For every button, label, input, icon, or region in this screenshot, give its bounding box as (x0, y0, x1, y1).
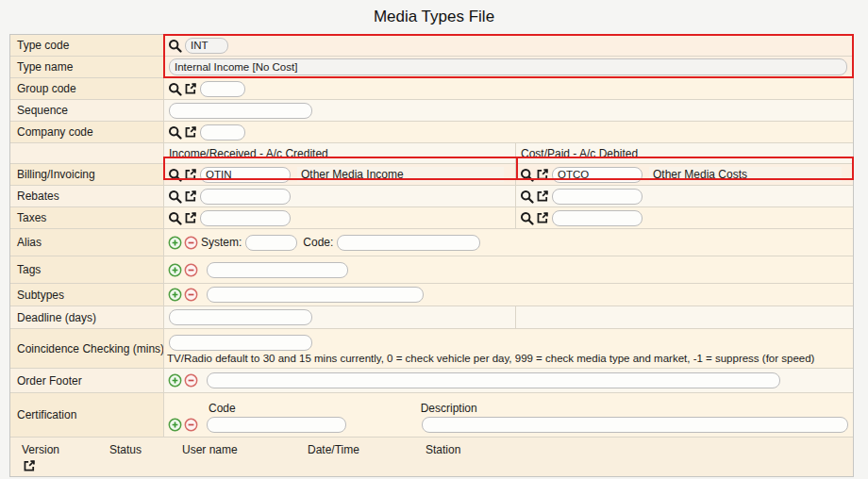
type-code-label: Type code (10, 35, 164, 56)
row-alias: Alias System: Code: (10, 229, 853, 256)
rebates-label: Rebates (10, 186, 164, 206)
alias-system-label: System: (201, 236, 242, 249)
billing-income-account-name: Other Media Income (297, 167, 504, 182)
row-sequence: Sequence (10, 100, 853, 122)
alias-label: Alias (10, 229, 164, 256)
row-coincidence-checking: Coincidence Checking (mins) TV/Radio def… (10, 329, 853, 369)
add-row-icon[interactable] (168, 373, 182, 388)
search-icon[interactable] (168, 39, 182, 53)
remove-row-icon[interactable] (184, 263, 198, 277)
alias-code-label: Code: (303, 236, 333, 249)
open-record-icon[interactable] (184, 168, 197, 181)
page-title: Media Types File (0, 0, 868, 34)
taxes-label: Taxes (10, 207, 164, 228)
billing-cost-account-name: Other Media Costs (649, 167, 842, 182)
certification-code-input[interactable] (207, 417, 346, 433)
row-account-headers: Income/Received - A/c Credited Cost/Paid… (10, 143, 853, 164)
certification-description-input[interactable] (422, 417, 848, 433)
add-row-icon[interactable] (168, 263, 182, 277)
open-record-icon[interactable] (536, 168, 549, 181)
debited-column-header: Cost/Paid - A/c Debited (521, 147, 638, 160)
row-type-code: Type code (10, 35, 853, 57)
remove-row-icon[interactable] (184, 236, 198, 250)
rebates-cost-code-input[interactable] (552, 189, 643, 205)
user-name-column-header: User name (182, 443, 308, 456)
row-type-name: Type name (10, 57, 853, 78)
billing-income-code-input[interactable] (200, 167, 291, 183)
open-record-icon[interactable] (536, 190, 549, 203)
company-code-input[interactable] (200, 124, 245, 140)
subtypes-input[interactable] (207, 287, 424, 303)
order-footer-input[interactable] (207, 372, 780, 388)
row-rebates: Rebates (10, 186, 853, 207)
search-icon[interactable] (168, 190, 182, 204)
billing-invoicing-label: Billing/Invoicing (10, 164, 164, 185)
type-code-input[interactable] (185, 38, 228, 54)
row-version-footer: Version Status User name Date/Time Stati… (10, 438, 853, 476)
taxes-cost-code-input[interactable] (552, 210, 643, 226)
order-footer-label: Order Footer (10, 369, 164, 392)
row-deadline: Deadline (days) (10, 306, 853, 329)
search-icon[interactable] (520, 211, 534, 225)
type-name-label: Type name (10, 57, 164, 77)
group-code-input[interactable] (200, 81, 245, 97)
search-icon[interactable] (168, 168, 182, 182)
coincidence-checking-label: Coincidence Checking (mins) (10, 329, 164, 368)
open-record-icon[interactable] (184, 82, 197, 95)
open-record-icon[interactable] (184, 190, 197, 203)
open-record-icon[interactable] (184, 125, 197, 139)
row-billing-invoicing: Billing/Invoicing Other Media Income (10, 164, 853, 186)
version-column-header: Version (22, 443, 109, 456)
open-record-icon[interactable] (536, 211, 549, 224)
certification-label: Certification (10, 393, 164, 437)
row-taxes: Taxes (10, 207, 853, 229)
coincidence-checking-input[interactable] (169, 335, 312, 351)
deadline-input[interactable] (169, 309, 312, 325)
group-code-label: Group code (10, 78, 164, 99)
station-column-header: Station (426, 443, 460, 456)
remove-row-icon[interactable] (184, 373, 198, 388)
open-record-icon[interactable] (23, 459, 36, 472)
date-time-column-header: Date/Time (308, 443, 426, 456)
row-certification: Certification Code Description (10, 393, 853, 438)
add-row-icon[interactable] (168, 418, 182, 432)
certification-code-header: Code (209, 402, 236, 415)
certification-description-header: Description (421, 402, 477, 415)
sequence-input[interactable] (169, 103, 312, 119)
search-icon[interactable] (168, 82, 182, 96)
add-row-icon[interactable] (168, 288, 182, 302)
search-icon[interactable] (168, 211, 182, 225)
search-icon[interactable] (520, 190, 534, 204)
billing-cost-code-input[interactable] (552, 167, 643, 183)
company-code-label: Company code (10, 122, 164, 142)
row-order-footer: Order Footer (10, 369, 853, 393)
sequence-label: Sequence (10, 100, 164, 121)
tags-input[interactable] (207, 262, 348, 278)
taxes-income-code-input[interactable] (200, 210, 291, 226)
remove-row-icon[interactable] (184, 418, 198, 432)
alias-system-input[interactable] (245, 235, 297, 251)
media-types-form: Type code Type name Group code (9, 34, 854, 477)
rebates-income-code-input[interactable] (200, 189, 291, 205)
row-tags: Tags (10, 256, 853, 284)
add-row-icon[interactable] (168, 236, 182, 250)
remove-row-icon[interactable] (184, 288, 198, 302)
open-record-icon[interactable] (184, 211, 197, 224)
tags-label: Tags (10, 256, 164, 283)
credited-column-header: Income/Received - A/c Credited (169, 147, 328, 160)
subtypes-label: Subtypes (10, 284, 164, 306)
row-group-code: Group code (10, 78, 853, 100)
coincidence-checking-hint: TV/Radio default to 30 and 15 mins curre… (167, 353, 853, 364)
deadline-label: Deadline (days) (10, 306, 164, 328)
alias-code-input[interactable] (337, 235, 480, 251)
type-name-input[interactable] (169, 58, 847, 75)
status-column-header: Status (109, 443, 182, 456)
row-subtypes: Subtypes (10, 284, 853, 306)
search-icon[interactable] (168, 125, 182, 140)
search-icon[interactable] (520, 168, 534, 182)
row-company-code: Company code (10, 122, 853, 143)
